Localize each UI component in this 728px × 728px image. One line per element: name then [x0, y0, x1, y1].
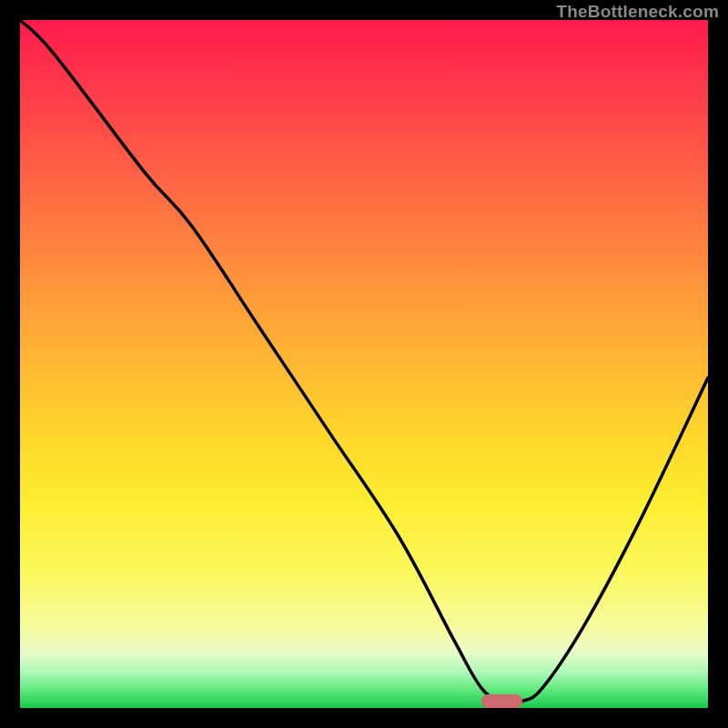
- watermark-text: TheBottleneck.com: [556, 2, 719, 22]
- chart-plot-area: [20, 20, 708, 708]
- optimum-marker: [481, 694, 522, 708]
- chart-frame: TheBottleneck.com: [0, 0, 728, 728]
- bottleneck-curve: [20, 20, 708, 708]
